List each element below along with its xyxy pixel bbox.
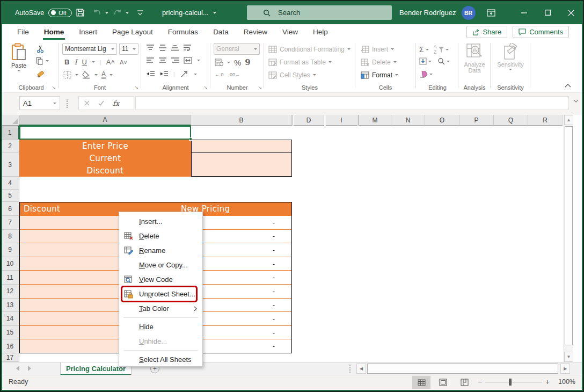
bold-button[interactable]: B <box>64 58 69 66</box>
column-header-n[interactable]: N <box>391 115 425 126</box>
select-all-corner[interactable] <box>1 115 19 126</box>
autosum-button[interactable]: Σ <box>419 45 424 54</box>
cell-b12[interactable]: - <box>191 285 292 299</box>
row-header-15[interactable]: 15 <box>1 326 19 340</box>
close-button[interactable] <box>559 1 583 24</box>
clear-button[interactable] <box>419 71 428 78</box>
cell-b2[interactable] <box>191 140 292 153</box>
comma-style-button[interactable]: 9 <box>245 57 250 67</box>
tab-review[interactable]: Review <box>236 24 275 40</box>
menu-item-insert[interactable]: Insert... <box>119 214 202 229</box>
zoom-in-button[interactable]: + <box>545 378 550 386</box>
tab-data[interactable]: Data <box>206 24 236 40</box>
decrease-font-button[interactable]: A˅ <box>120 59 127 66</box>
increase-decimal-button[interactable]: ←.0 <box>215 72 224 77</box>
font-name-select[interactable]: Montserrat Lig <box>62 43 117 55</box>
zoom-level[interactable]: 100% <box>558 378 575 386</box>
sheet-nav-right-arrow[interactable] <box>28 366 31 371</box>
column-header-o[interactable]: O <box>425 115 459 126</box>
insert-function-icon[interactable]: fx <box>113 99 119 107</box>
menu-item-move-or-copy[interactable]: Move or Copy... <box>119 258 202 272</box>
alignment-dialog-launcher[interactable]: ↘ <box>203 85 208 90</box>
underline-button[interactable]: U <box>82 58 87 66</box>
page-layout-view-button[interactable] <box>434 376 452 389</box>
tab-view[interactable]: View <box>275 24 305 40</box>
vertical-scrollbar[interactable]: ▲ ▼ <box>564 115 573 362</box>
increase-font-button[interactable]: A˄ <box>106 58 115 66</box>
normal-view-button[interactable] <box>412 376 430 389</box>
column-header-d[interactable]: D <box>294 115 324 126</box>
column-header-i[interactable]: I <box>326 115 357 126</box>
page-break-view-button[interactable] <box>455 376 473 389</box>
row-header-5[interactable]: 5 <box>1 190 19 202</box>
row-header-16[interactable]: 16 <box>1 339 19 353</box>
tab-insert[interactable]: Insert <box>71 24 105 40</box>
paste-button[interactable]: Paste <box>11 43 27 71</box>
tab-home[interactable]: Home <box>36 24 72 40</box>
menu-item-select-all-sheets[interactable]: Select All Sheets <box>119 352 202 367</box>
find-select-icon[interactable] <box>437 57 445 65</box>
maximize-button[interactable] <box>536 1 559 24</box>
clipboard-dialog-launcher[interactable]: ↘ <box>52 85 56 90</box>
sheet-nav-left-arrow[interactable] <box>16 366 19 371</box>
cell-b11[interactable]: - <box>191 271 292 285</box>
italic-button[interactable]: I <box>74 58 77 66</box>
collapse-ribbon-icon[interactable] <box>565 84 571 88</box>
copy-button[interactable] <box>35 57 49 65</box>
minimize-button[interactable] <box>512 1 536 24</box>
row-header-8[interactable]: 8 <box>1 230 19 244</box>
cell-b15[interactable]: - <box>191 326 292 340</box>
decrease-decimal-button[interactable]: .00→ <box>229 72 240 77</box>
row-header-6[interactable]: 6 <box>1 202 19 216</box>
zoom-out-button[interactable]: − <box>478 378 482 386</box>
save-button[interactable] <box>73 1 87 24</box>
menu-item-hide[interactable]: Hide <box>119 320 202 334</box>
font-color-button[interactable]: A <box>101 71 106 79</box>
tab-formulas[interactable]: Formulas <box>160 24 206 40</box>
orientation-button[interactable] <box>180 70 188 78</box>
tab-file[interactable]: File <box>10 24 36 40</box>
cell-b13[interactable]: - <box>191 299 292 313</box>
fill-handle[interactable] <box>189 137 192 141</box>
cell-b8[interactable]: - <box>191 230 292 244</box>
horizontal-scrollbar[interactable]: ◀ ▶ <box>356 364 570 374</box>
menu-item-rename[interactable]: Rename <box>119 243 202 258</box>
tab-help[interactable]: Help <box>305 24 335 40</box>
cell-b7[interactable]: - <box>191 216 292 230</box>
customize-toolbar-button[interactable] <box>133 1 147 24</box>
row-header-13[interactable]: 13 <box>1 299 19 313</box>
scroll-up-arrow[interactable]: ▲ <box>564 115 573 125</box>
menu-item-unprotect-sheet[interactable]: Unprotect Sheet... <box>119 287 202 301</box>
ribbon-display-options-button[interactable] <box>484 1 498 24</box>
align-bottom-button[interactable] <box>171 45 179 51</box>
borders-button[interactable] <box>63 71 71 79</box>
row-header-3[interactable]: 3 <box>1 153 19 177</box>
column-header-m[interactable]: M <box>359 115 391 126</box>
redo-button[interactable] <box>111 1 129 24</box>
row-header-2[interactable]: 2 <box>1 140 19 153</box>
increase-indent-button[interactable] <box>160 71 168 77</box>
menu-item-delete[interactable]: Delete <box>119 229 202 243</box>
undo-button[interactable] <box>90 1 108 24</box>
row-header-1[interactable]: 1 <box>1 126 19 140</box>
share-button[interactable]: Share <box>466 26 507 38</box>
scroll-left-arrow[interactable]: ◀ <box>356 364 366 374</box>
vertical-scroll-thumb[interactable] <box>565 126 573 345</box>
align-middle-button[interactable] <box>159 45 166 51</box>
zoom-slider-handle[interactable] <box>509 379 512 386</box>
row-header-14[interactable]: 14 <box>1 312 19 326</box>
align-left-button[interactable] <box>147 57 154 64</box>
accounting-format-button[interactable] <box>215 59 223 66</box>
fill-color-button[interactable] <box>82 71 91 79</box>
number-dialog-launcher[interactable]: ↘ <box>258 85 262 90</box>
cancel-entry-icon[interactable] <box>84 100 90 106</box>
format-painter-button[interactable] <box>36 70 45 78</box>
row-header-17[interactable]: 17 <box>1 353 19 362</box>
row-header-12[interactable]: 12 <box>1 285 19 299</box>
autosave-toggle[interactable]: Off <box>48 9 71 17</box>
formula-input[interactable] <box>135 96 569 110</box>
row-header-9[interactable]: 9 <box>1 243 19 257</box>
document-title[interactable]: pricing-calcul... <box>162 1 216 24</box>
cell-b16[interactable]: - <box>191 339 292 353</box>
column-header-q[interactable]: Q <box>494 115 528 126</box>
